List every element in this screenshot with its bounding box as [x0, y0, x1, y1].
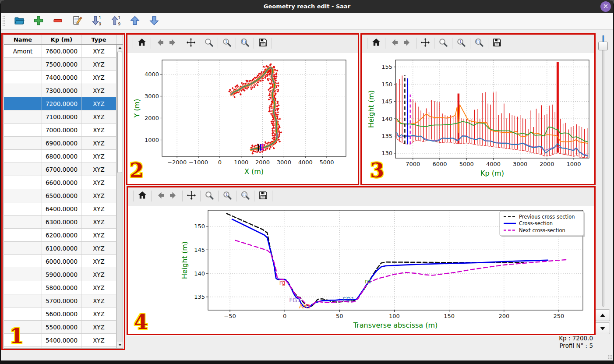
table-row[interactable]: 5800.0000XYZ — [4, 281, 116, 294]
triangle-up-icon — [118, 47, 122, 49]
table-cell: XYZ — [81, 268, 116, 281]
toolbar-separator — [416, 38, 416, 49]
svg-text:−2000: −2000 — [167, 159, 187, 166]
save-figure-button[interactable] — [256, 37, 269, 50]
zoom-icon — [204, 190, 215, 202]
table-row[interactable]: 5700.0000XYZ — [4, 294, 116, 307]
table-cell: XYZ — [81, 189, 116, 202]
resize-grip[interactable] — [607, 354, 613, 360]
save-figure-button[interactable] — [490, 37, 504, 50]
plan-view-plot[interactable]: −2000−1000010002000300040005000100020003… — [126, 53, 359, 185]
longitudinal-profile-plot[interactable]: 7000600050004000300020001000130135140145… — [360, 53, 596, 185]
table-cell — [4, 334, 42, 346]
open-file-button[interactable] — [13, 15, 25, 28]
table-row[interactable]: 6600.0000XYZ — [4, 176, 116, 189]
column-header-name[interactable]: Name — [4, 35, 42, 44]
table-row[interactable]: 7000.0000XYZ — [4, 124, 116, 137]
svg-text:155: 155 — [381, 64, 392, 70]
remove-profile-button[interactable] — [52, 15, 64, 28]
table-row[interactable]: 5600.0000XYZ — [4, 307, 116, 321]
add-profile-button[interactable] — [32, 15, 45, 28]
move-down-button[interactable] — [148, 15, 160, 28]
svg-text:4000: 4000 — [298, 159, 313, 166]
pan-button[interactable] — [185, 190, 198, 203]
arrow-down-icon — [148, 15, 160, 28]
table-row[interactable]: 7200.0000XYZ — [4, 97, 116, 110]
forward-button[interactable] — [166, 37, 180, 50]
sort-ascending-button[interactable]: 19 — [90, 15, 102, 28]
table-row[interactable]: 6900.0000XYZ — [4, 137, 116, 150]
home-button[interactable] — [135, 37, 148, 50]
profile-slider-handle[interactable] — [598, 42, 608, 50]
table-cell — [4, 229, 42, 241]
home-button[interactable] — [136, 190, 149, 203]
table-row[interactable]: 6800.0000XYZ — [4, 150, 116, 163]
scrollbar-thumb[interactable] — [117, 52, 122, 173]
sort-descending-button[interactable]: 19 — [109, 15, 122, 28]
forward-button[interactable] — [401, 37, 414, 50]
table-row[interactable]: 7500.0000XYZ — [4, 58, 116, 71]
back-button[interactable] — [154, 190, 167, 203]
save-figure-button[interactable] — [257, 190, 270, 203]
toolbar-drag-handle[interactable] — [2, 16, 5, 27]
title-bar[interactable]: Geometry reach edit - Saar — [0, 0, 614, 13]
table-row[interactable]: Amont7600.0000XYZ — [4, 45, 116, 58]
zoom-one-button[interactable]: 1 — [455, 37, 468, 50]
table-row[interactable]: 6100.0000XYZ — [4, 242, 116, 255]
pan-button[interactable] — [184, 37, 198, 50]
column-header-type[interactable]: Type — [81, 35, 116, 44]
close-button[interactable] — [600, 1, 611, 12]
svg-text:rg: rg — [279, 279, 286, 286]
forward-button[interactable] — [167, 190, 180, 203]
svg-text:Y (m): Y (m) — [133, 99, 141, 118]
table-row[interactable]: 5900.0000XYZ — [4, 268, 116, 281]
table-row[interactable]: 6300.0000XYZ — [4, 216, 116, 229]
table-cell: 6900.0000 — [42, 137, 81, 149]
svg-text:Previous cross-section: Previous cross-section — [519, 214, 575, 220]
toolbar-separator — [151, 191, 152, 201]
scrollbar-up-button[interactable] — [117, 45, 123, 51]
table-cell: 5500.0000 — [42, 321, 81, 333]
table-scrollbar[interactable] — [116, 45, 123, 348]
zoom-one-button[interactable]: 1 — [220, 37, 233, 50]
scrollbar-down-button[interactable] — [117, 342, 123, 348]
toolbar-separator — [151, 38, 151, 49]
toolbar-separator — [254, 38, 254, 49]
pan-button[interactable] — [419, 37, 432, 50]
svg-text:1: 1 — [118, 16, 121, 20]
table-row[interactable]: 5400.0000XYZ — [4, 334, 116, 347]
next-profile-button[interactable] — [595, 322, 610, 334]
move-up-button[interactable] — [129, 15, 141, 28]
table-row[interactable]: 7100.0000XYZ — [4, 110, 116, 124]
zoom-button[interactable] — [203, 190, 216, 203]
table-cell: 5300.0000 — [42, 347, 81, 348]
zoom-one-button[interactable]: 1 — [221, 190, 234, 203]
table-row[interactable]: 7400.0000XYZ — [4, 71, 116, 84]
edit-profile-button[interactable] — [71, 15, 83, 28]
zoom-rect-button[interactable] — [239, 190, 252, 203]
previous-profile-button[interactable] — [595, 309, 610, 321]
table-cell: 6300.0000 — [42, 216, 81, 228]
table-cell: 6200.0000 — [42, 229, 81, 241]
table-row[interactable]: 6700.0000XYZ — [4, 163, 116, 176]
table-row[interactable]: 6200.0000XYZ — [4, 229, 116, 242]
table-row[interactable]: 7300.0000XYZ — [4, 84, 116, 97]
svg-text:Next cross-section: Next cross-section — [519, 227, 565, 233]
table-row[interactable]: 5300.0000XYZ — [4, 347, 116, 348]
column-header-kp[interactable]: Kp (m) — [42, 35, 81, 44]
table-row[interactable]: 6000.0000XYZ — [4, 255, 116, 268]
back-button[interactable] — [153, 37, 166, 50]
profile-slider[interactable] — [602, 35, 604, 307]
table-cell: 6700.0000 — [42, 163, 81, 176]
zoom-button[interactable] — [437, 37, 450, 50]
back-button[interactable] — [388, 37, 401, 50]
zoom-rect-button[interactable] — [473, 37, 486, 50]
cross-section-plot[interactable]: −50050100150200250135140145150Transverse… — [127, 206, 596, 336]
zoom-one-icon: 1 — [222, 37, 232, 49]
table-row[interactable]: 6400.0000XYZ — [4, 202, 116, 216]
home-button[interactable] — [370, 37, 383, 50]
zoom-rect-button[interactable] — [238, 37, 251, 50]
zoom-button[interactable] — [202, 37, 215, 50]
table-row[interactable]: 5500.0000XYZ — [4, 321, 116, 334]
table-row[interactable]: 6500.0000XYZ — [4, 189, 116, 202]
